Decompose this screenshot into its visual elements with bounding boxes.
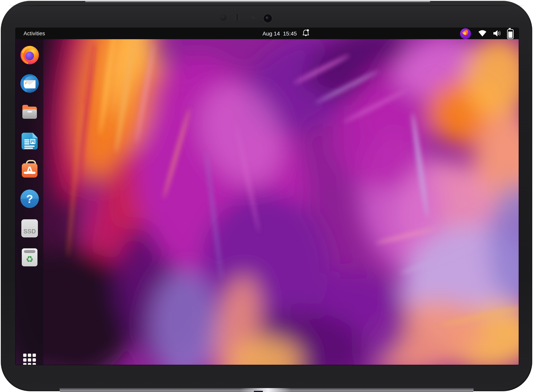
help-glyph: ? <box>26 192 33 205</box>
bezel-groove <box>7 5 526 6</box>
trash-icon: ♻ <box>22 248 38 266</box>
recycle-glyph: ♻ <box>22 253 38 265</box>
sensor-pair <box>234 14 241 21</box>
firefox-icon <box>20 46 39 64</box>
tablet-bezel: Activities Aug 14 15:45 <box>1 1 532 391</box>
dock-item-firefox[interactable] <box>20 46 39 64</box>
dock-item-libreoffice-writer[interactable] <box>20 132 39 150</box>
screen: Activities Aug 14 15:45 <box>16 28 519 365</box>
ir-camera <box>220 14 226 21</box>
files-folder-icon <box>20 103 39 122</box>
ssd-label: SSD <box>23 228 36 235</box>
notification-bell-icon <box>302 29 309 38</box>
dock-item-help[interactable]: ? <box>20 190 39 208</box>
page: Activities Aug 14 15:45 <box>0 0 533 392</box>
ubuntu-software-icon: A <box>20 160 39 178</box>
dock: A ? SSD ♻ <box>16 39 43 365</box>
dock-item-files[interactable] <box>20 103 39 122</box>
trash-lid <box>24 250 35 253</box>
top-bar: Activities Aug 14 15:45 <box>16 28 519 39</box>
battery-icon <box>507 29 514 39</box>
software-crossbar <box>24 172 35 174</box>
bezel-top-highlight <box>85 1 430 2</box>
activities-label: Activities <box>24 31 45 37</box>
wifi-icon <box>478 29 487 38</box>
camera-led <box>252 16 255 19</box>
libreoffice-writer-icon <box>20 132 39 150</box>
dock-item-ubuntu-software[interactable]: A <box>20 160 39 178</box>
show-applications-button[interactable] <box>23 354 36 365</box>
dock-item-trash[interactable]: ♻ <box>20 248 39 267</box>
dock-item-ssd-drive[interactable]: SSD <box>20 219 39 238</box>
device-bottom-edge <box>60 388 474 392</box>
quick-settings-button[interactable] <box>460 28 514 39</box>
volume-icon <box>493 29 502 38</box>
clock-time: 15:45 <box>283 31 297 37</box>
help-icon: ? <box>20 190 39 208</box>
ssd-drive-icon: SSD <box>21 219 38 237</box>
clock-menu-button[interactable]: Aug 14 15:45 <box>262 28 309 39</box>
dock-item-thunderbird[interactable] <box>20 74 39 93</box>
clock-date: Aug 14 <box>262 31 280 37</box>
front-camera <box>263 14 272 23</box>
desktop-wallpaper <box>16 28 519 365</box>
flame-app-indicator-icon[interactable] <box>460 28 471 39</box>
thunderbird-icon <box>20 74 39 93</box>
software-letter: A <box>20 164 39 177</box>
activities-button[interactable]: Activities <box>20 28 48 39</box>
